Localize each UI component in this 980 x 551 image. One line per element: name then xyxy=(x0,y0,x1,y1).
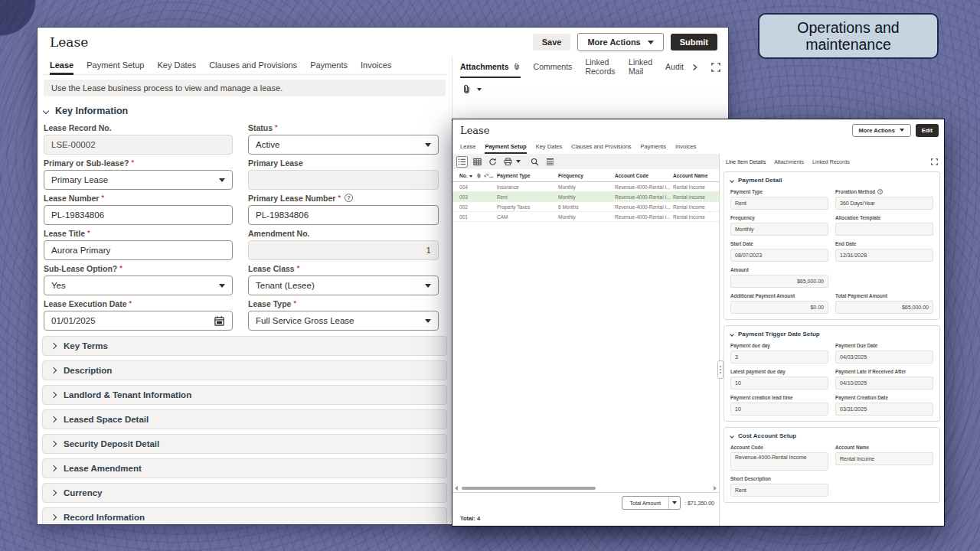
total-amount-select[interactable]: Total Amount xyxy=(622,496,681,510)
grid-view-icon[interactable] xyxy=(472,156,483,168)
page-title: Lease xyxy=(50,34,88,50)
calendar-icon[interactable] xyxy=(214,315,225,327)
tab-attachments[interactable]: Attachments xyxy=(460,57,521,78)
chevron-down-icon xyxy=(672,501,677,504)
table-row[interactable]: 001 CAM Monthly Revenue-4000-Rental I...… xyxy=(452,212,719,222)
lease-tabs: Lease Payment Setup Key Dates Clauses an… xyxy=(42,57,447,75)
status-select[interactable]: Active xyxy=(248,135,439,155)
chevron-down-icon xyxy=(43,108,49,114)
table-header: No. ... Payment Type Frequency Account C… xyxy=(452,169,719,182)
lease-class-select[interactable]: Tenant (Lesee) xyxy=(248,276,439,295)
search-icon[interactable] xyxy=(529,156,541,168)
list-view-icon[interactable] xyxy=(456,156,468,168)
payment-trigger-header[interactable]: Payment Trigger Date Setup xyxy=(730,331,933,337)
scroll-right-icon[interactable] xyxy=(714,486,717,491)
field-primary-lease-number: Primary Lease Number PL-19834806 xyxy=(248,193,439,225)
primary-lease-number-input[interactable]: PL-19834806 xyxy=(248,205,439,225)
field-label: Primary Lease xyxy=(248,158,303,168)
help-icon[interactable] xyxy=(877,189,883,194)
column-payment-type[interactable]: Payment Type xyxy=(497,173,558,178)
field-label: Lease Number xyxy=(44,194,104,203)
popup-tab-payments[interactable]: Payments xyxy=(641,141,666,154)
expand-icon[interactable] xyxy=(711,63,725,72)
column-frequency[interactable]: Frequency xyxy=(558,173,615,178)
attach-file-button[interactable] xyxy=(462,84,472,94)
annotation-label: Operations and maintenance xyxy=(758,13,939,59)
chevron-down-icon[interactable] xyxy=(516,160,521,163)
tab-linked-records[interactable]: Linked Records xyxy=(812,159,850,165)
cost-account-header[interactable]: Cost Account Setup xyxy=(730,432,933,439)
popup-tab-lease[interactable]: Lease xyxy=(460,141,475,154)
tab-payments[interactable]: Payments xyxy=(310,57,348,75)
popup-more-actions-button[interactable]: More Actions xyxy=(852,124,911,137)
tab-key-dates[interactable]: Key Dates xyxy=(157,57,196,75)
edit-button[interactable]: Edit xyxy=(916,124,939,137)
section-landlord-tenant[interactable]: Landlord & Tenant Information xyxy=(42,385,447,405)
popup-tab-key-dates[interactable]: Key Dates xyxy=(536,141,563,154)
key-information-header[interactable]: Key Information xyxy=(42,96,447,122)
tab-invoices[interactable]: Invoices xyxy=(361,57,391,75)
line-item-tabs: Line Item Details Attachments Linked Rec… xyxy=(720,154,944,170)
tab-clauses-provisions[interactable]: Clauses and Provisions xyxy=(209,57,297,75)
payment-late-field: 04/10/2025 xyxy=(835,377,933,390)
column-account-code[interactable]: Account Code xyxy=(615,173,673,178)
key-information-form: Lease Record No. LSE-00002 Status Active… xyxy=(42,122,447,331)
section-currency[interactable]: Currency xyxy=(42,483,447,503)
popup-tabs: Lease Payment Setup Key Dates Clauses an… xyxy=(452,141,944,154)
table-row[interactable]: 002 Property Taxes 6 Months Revenue-4000… xyxy=(452,202,719,212)
expand-icon[interactable] xyxy=(931,158,938,165)
submit-button[interactable]: Submit xyxy=(671,34,717,51)
account-code-field: Revenue-4000-Rental Income xyxy=(730,452,828,471)
payment-trigger-card: Payment Trigger Date Setup Payment due d… xyxy=(724,325,940,422)
column-attachment[interactable] xyxy=(474,173,484,178)
tab-lease[interactable]: Lease xyxy=(50,57,74,75)
context-tabs: Attachments Comments Linked Records Link… xyxy=(452,57,728,78)
popup-tab-payment-setup[interactable]: Payment Setup xyxy=(485,141,526,154)
chevron-down-icon[interactable] xyxy=(477,88,482,91)
column-link[interactable]: ... xyxy=(484,173,497,178)
pane-resize-handle[interactable] xyxy=(717,360,724,379)
tab-comments[interactable]: Comments xyxy=(534,57,573,78)
tab-linked-mail[interactable]: Linked Mail xyxy=(629,57,652,78)
field-label: Primary Lease Number xyxy=(248,194,341,203)
total-payment-amount-field: $65,000.00 xyxy=(835,301,933,314)
more-actions-button[interactable]: More Actions xyxy=(577,33,663,51)
section-description[interactable]: Description xyxy=(42,360,447,380)
popup-tab-clauses-provisions[interactable]: Clauses and Provisions xyxy=(571,141,631,154)
tab-audit[interactable]: Audit xyxy=(665,57,684,78)
scrollbar-thumb[interactable] xyxy=(462,487,596,490)
print-icon[interactable] xyxy=(502,156,514,168)
tab-attachments[interactable]: Attachments xyxy=(774,159,804,165)
section-security-deposit[interactable]: Security Deposit Detail xyxy=(42,434,447,454)
field-lease-title: Lease Title Aurora Primary xyxy=(44,228,233,260)
tab-overflow-chevron-icon[interactable] xyxy=(692,64,698,71)
tab-line-item-details[interactable]: Line Item Details xyxy=(726,159,766,165)
payment-detail-header[interactable]: Payment Detail xyxy=(730,177,933,184)
horizontal-scrollbar[interactable] xyxy=(452,484,719,492)
primary-or-sublease-select[interactable]: Primary Lease xyxy=(44,170,233,190)
tab-payment-setup[interactable]: Payment Setup xyxy=(87,57,144,75)
section-lease-amendment[interactable]: Lease Amendment xyxy=(42,458,447,478)
lease-execution-date-input[interactable]: 01/01/2025 xyxy=(44,311,233,331)
column-account-name[interactable]: Account Name xyxy=(673,173,719,178)
table-row[interactable]: 004 Insurance Monthly Revenue-4000-Renta… xyxy=(452,182,719,192)
section-record-information[interactable]: Record Information xyxy=(42,507,447,525)
filter-columns-icon[interactable] xyxy=(544,156,556,168)
lease-title-input[interactable]: Aurora Primary xyxy=(44,240,233,260)
lease-type-select[interactable]: Full Service Gross Lease xyxy=(248,311,439,331)
lease-number-input[interactable]: PL-19834806 xyxy=(44,205,233,225)
refresh-icon[interactable] xyxy=(487,156,498,168)
column-no[interactable]: No. xyxy=(452,173,474,178)
table-row-selected[interactable]: 003 Rent Monthly Revenue-4000-Rental I..… xyxy=(452,192,719,202)
sublease-option-select[interactable]: Yes xyxy=(44,276,233,295)
popup-header: Lease More Actions Edit xyxy=(452,119,944,141)
save-button[interactable]: Save xyxy=(533,34,571,51)
field-amendment-no: Amendment No. 1 xyxy=(248,228,439,260)
additional-payment-amount-field: $0.00 xyxy=(730,301,828,314)
tab-linked-records[interactable]: Linked Records xyxy=(585,57,616,78)
section-key-terms[interactable]: Key Terms xyxy=(42,336,447,356)
popup-tab-invoices[interactable]: Invoices xyxy=(675,141,697,154)
help-icon[interactable] xyxy=(345,194,353,202)
section-leased-space[interactable]: Leased Space Detail xyxy=(42,409,447,429)
scroll-left-icon[interactable] xyxy=(455,486,458,491)
